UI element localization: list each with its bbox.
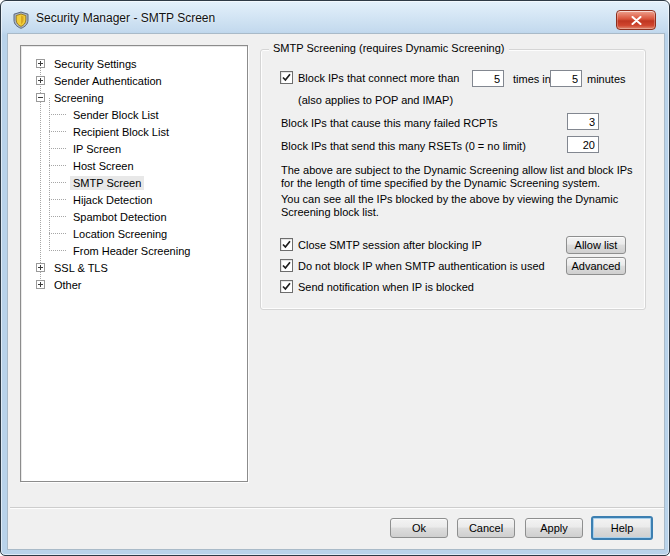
tree-item-label: Sender Authentication [51,74,165,88]
window-title: Security Manager - SMTP Screen [36,11,215,25]
tree-item-sender-block-list[interactable]: Sender Block List [21,106,247,123]
tree-item-label: Location Screening [70,227,170,241]
check-mark-icon [282,73,291,82]
tree-item-label: SMTP Screen [70,176,144,190]
tree-item-smtp-screen[interactable]: SMTP Screen [21,174,247,191]
checkbox-label: Do not block IP when SMTP authentication… [298,259,545,272]
rcpt-input[interactable] [567,113,599,130]
tree-item-spambot-detection[interactable]: Spambot Detection [21,208,247,225]
connect-minutes-input[interactable] [550,70,582,87]
tree-item-label: Spambot Detection [70,210,170,224]
checkbox-close-session[interactable] [280,238,293,251]
connect-times-input[interactable] [472,70,504,87]
groupbox-title: SMTP Screening (requires Dynamic Screeni… [269,42,509,54]
checkbox-no-block-auth[interactable] [280,259,293,272]
apply-button[interactable]: Apply [525,518,583,538]
expand-icon[interactable] [36,280,45,289]
tree-item-other[interactable]: Other [21,276,247,293]
tree-item-label: Host Screen [70,159,137,173]
tree-connector [49,182,66,183]
check-mark-icon [282,282,291,291]
tree-item-screening[interactable]: Screening [21,89,247,106]
tree-connector [49,131,66,132]
collapse-icon[interactable] [36,93,45,102]
tree-connector [49,250,66,251]
tree-item-recipient-block-list[interactable]: Recipient Block List [21,123,247,140]
tree-item-hijack-detection[interactable]: Hijack Detection [21,191,247,208]
tree-item-location-screening[interactable]: Location Screening [21,225,247,242]
tree-connector [49,233,66,234]
minutes-label: minutes [587,73,626,85]
tree-item-label: Hijack Detection [70,193,155,207]
tree-item-security-settings[interactable]: Security Settings [21,55,247,72]
tree-connector [49,199,66,200]
help-button[interactable]: Help [591,516,653,540]
checkbox-row-close-session[interactable]: Close SMTP session after blocking IP [280,238,482,251]
tree-item-from-header-screening[interactable]: From Header Screening [21,242,247,259]
titlebar[interactable]: Security Manager - SMTP Screen [1,1,669,33]
tree-item-label: SSL & TLS [51,261,111,275]
allow-list-button[interactable]: Allow list [566,236,626,254]
tree-item-label: From Header Screening [70,244,193,258]
tree-item-label: Other [51,278,85,292]
dialog-client-area: Security SettingsSender AuthenticationSc… [7,33,665,550]
smtp-screening-groupbox: SMTP Screening (requires Dynamic Screeni… [260,49,646,310]
checkbox-row-no-block-auth[interactable]: Do not block IP when SMTP authentication… [280,259,545,272]
tree-item-label: Recipient Block List [70,125,172,139]
tree-connector [49,216,66,217]
security-shield-icon [12,11,30,29]
checkbox-label: Close SMTP session after blocking IP [298,238,482,251]
check-mark-icon [282,240,291,249]
security-manager-window: Security Manager - SMTP Screen Security … [0,0,670,556]
tree-item-sender-authentication[interactable]: Sender Authentication [21,72,247,89]
tree-connector [49,114,66,115]
times-in-label: times in [513,73,551,85]
tree-item-label: Screening [51,91,107,105]
block-list-note: You can see all the IPs blocked by the a… [281,193,645,219]
checkbox-label: Send notification when IP is blocked [298,280,474,293]
advanced-button[interactable]: Advanced [566,257,626,275]
rset-input[interactable] [567,136,599,153]
check-mark-icon [282,261,291,270]
close-icon [631,16,642,25]
tree-item-ip-screen[interactable]: IP Screen [21,140,247,157]
tree-item-host-screen[interactable]: Host Screen [21,157,247,174]
expand-icon[interactable] [36,263,45,272]
expand-icon[interactable] [36,76,45,85]
rset-label: Block IPs that send this many RSETs (0 =… [281,140,526,152]
cancel-button[interactable]: Cancel [457,518,515,538]
footer-separator [10,507,664,509]
pop-imap-note: (also applies to POP and IMAP) [298,94,453,106]
checkbox-row-send-notification[interactable]: Send notification when IP is blocked [280,280,474,293]
checkbox-row-block-connect[interactable]: Block IPs that connect more than [280,71,459,84]
tree-item-label: Security Settings [51,57,140,71]
close-button[interactable] [616,10,656,30]
dynamic-screening-note: The above are subject to the Dynamic Scr… [281,164,645,190]
tree-item-label: Sender Block List [70,108,162,122]
rcpt-label: Block IPs that cause this many failed RC… [281,117,497,129]
tree-connector [49,148,66,149]
tree-item-label: IP Screen [70,142,124,156]
checkbox-label: Block IPs that connect more than [298,71,459,84]
tree-item-ssl-tls[interactable]: SSL & TLS [21,259,247,276]
expand-icon[interactable] [36,59,45,68]
ok-button[interactable]: Ok [390,518,448,538]
checkbox-send-notification[interactable] [280,280,293,293]
tree-connector [49,165,66,166]
settings-tree[interactable]: Security SettingsSender AuthenticationSc… [20,45,248,482]
checkbox-block-connect[interactable] [280,71,293,84]
